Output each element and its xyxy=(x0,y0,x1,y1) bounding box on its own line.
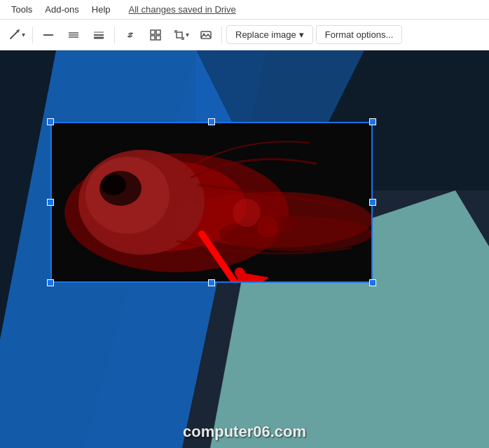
border-weight-icon xyxy=(92,29,105,41)
border-style-icon xyxy=(42,29,55,41)
format-options-button[interactable]: Format options... xyxy=(316,25,403,44)
replace-image-chevron: ▾ xyxy=(299,29,304,40)
link-icon xyxy=(124,29,137,41)
border-dash-icon xyxy=(67,29,80,41)
handle-top-center[interactable] xyxy=(208,118,215,125)
menu-tools[interactable]: Tools xyxy=(6,3,38,16)
crop-dropdown: ▾ xyxy=(186,31,189,38)
mask-button[interactable] xyxy=(195,24,217,46)
menu-addons[interactable]: Add-ons xyxy=(39,3,84,16)
handle-middle-right[interactable] xyxy=(369,199,376,206)
divider-2 xyxy=(114,27,115,43)
svg-rect-16 xyxy=(201,31,211,38)
divider-3 xyxy=(221,27,222,43)
svg-rect-10 xyxy=(151,30,155,34)
border-weight-button[interactable] xyxy=(88,24,110,46)
replace-image-button[interactable]: Replace image ▾ xyxy=(226,25,313,44)
save-status: All changes saved in Drive xyxy=(129,4,236,15)
selected-image-inner xyxy=(50,122,373,283)
selected-image-container[interactable] xyxy=(50,122,373,283)
svg-rect-13 xyxy=(156,36,160,40)
svg-rect-11 xyxy=(156,30,160,34)
alt-text-button[interactable] xyxy=(144,24,167,46)
svg-rect-12 xyxy=(151,36,155,40)
handle-top-left[interactable] xyxy=(47,118,54,125)
crop-icon xyxy=(173,29,186,41)
svg-rect-36 xyxy=(50,122,373,283)
alt-text-icon xyxy=(149,29,162,41)
handle-middle-left[interactable] xyxy=(47,199,54,206)
handle-bottom-right[interactable] xyxy=(369,279,376,286)
svg-rect-15 xyxy=(177,32,182,38)
line-icon xyxy=(9,29,22,41)
border-style-button[interactable] xyxy=(37,24,60,46)
replace-image-label: Replace image xyxy=(235,29,296,40)
menu-bar: Tools Add-ons Help All changes saved in … xyxy=(0,0,489,20)
handle-bottom-left[interactable] xyxy=(47,279,54,286)
menu-help[interactable]: Help xyxy=(86,3,116,16)
canvas-area: computer06.com xyxy=(0,50,489,448)
handle-bottom-center[interactable] xyxy=(208,279,215,286)
image-content xyxy=(50,122,373,283)
creature-svg xyxy=(50,122,373,283)
crop-button[interactable]: ▾ xyxy=(170,24,192,46)
watermark: computer06.com xyxy=(183,423,306,441)
link-button[interactable] xyxy=(119,24,142,46)
border-dash-button[interactable] xyxy=(62,24,85,46)
mask-icon xyxy=(200,29,212,41)
divider-1 xyxy=(32,27,33,43)
handle-top-right[interactable] xyxy=(369,118,376,125)
line-dropdown: ▾ xyxy=(22,31,25,38)
toolbar: ▾ xyxy=(0,20,489,50)
format-options-label: Format options... xyxy=(325,29,394,40)
line-tool-button[interactable]: ▾ xyxy=(6,24,28,46)
